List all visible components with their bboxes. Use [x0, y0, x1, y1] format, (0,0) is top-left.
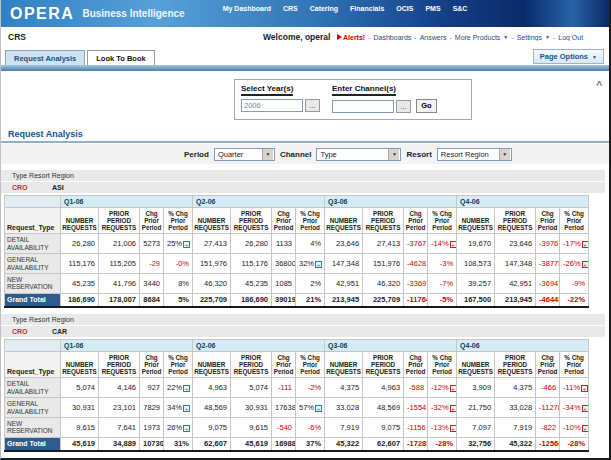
drill-down-icon[interactable]: [582, 241, 589, 248]
pct-chg-cell: 32%: [296, 254, 325, 274]
period-label: Period: [184, 150, 209, 159]
drill-down-icon[interactable]: [450, 385, 457, 392]
quarter-label: Q3-06: [325, 196, 457, 208]
chg-prior-period-cell: 8684: [140, 293, 164, 307]
number-requests-cell: 186,690: [61, 293, 99, 307]
number-requests-cell: 9,615: [61, 418, 99, 438]
row-label: Grand Total: [5, 293, 61, 307]
resort-label: Resort: [406, 150, 431, 159]
chg-prior-period-cell: -3694: [536, 274, 560, 294]
column-header: NUMBER REQUESTS: [193, 208, 231, 234]
tab-request-analysis[interactable]: Request Analysis: [5, 50, 85, 65]
year-input[interactable]: [241, 99, 303, 112]
channel-picker-button[interactable]: ...: [396, 100, 411, 113]
pct-chg-cell: 4%: [296, 234, 325, 254]
tab-look-to-book[interactable]: Look To Book: [87, 50, 154, 65]
pct-chg-cell: -34%: [560, 398, 589, 418]
region-code: CAR: [52, 328, 67, 335]
column-header: NUMBER REQUESTS: [325, 208, 363, 234]
region-band: Type Resort Region CRO ASI: [1, 170, 609, 193]
more-products-link[interactable]: More Products: [455, 34, 501, 41]
nav-item-my-dashboard[interactable]: My Dashboard: [223, 5, 271, 12]
alerts-link[interactable]: Alerts!: [337, 34, 365, 41]
go-button[interactable]: Go: [416, 99, 437, 113]
link-separator: -: [414, 34, 416, 41]
chg-prior-period-cell: -3767: [404, 234, 428, 254]
page-options-button[interactable]: Page Options▼: [533, 49, 604, 64]
prior-period-cell: 48,569: [363, 398, 404, 418]
request-analysis-table-asi: Q1-06Q2-06Q3-06Q4-06Request_TypeNUMBER R…: [4, 195, 589, 308]
drill-down-icon[interactable]: [450, 425, 457, 432]
chg-prior-period-cell: -17285: [404, 437, 428, 451]
collapse-chevron-icon[interactable]: ^: [596, 82, 602, 90]
drill-up-icon[interactable]: [183, 241, 190, 248]
drill-up-icon[interactable]: [183, 405, 190, 412]
prior-period-cell: 4,146: [99, 378, 140, 398]
nav-item-catering[interactable]: Catering: [310, 5, 338, 12]
column-header: PRIOR PERIOD REQUESTS: [99, 208, 140, 234]
drill-down-icon[interactable]: [581, 385, 588, 392]
pct-chg-cell: 21%: [296, 293, 325, 307]
prior-period-cell: 33,028: [495, 398, 536, 418]
cro-label: CRO: [12, 328, 52, 335]
column-header-row: Request_TypeNUMBER REQUESTSPRIOR PERIOD …: [5, 208, 589, 234]
column-header: Chg Prior Period: [140, 352, 164, 378]
chg-prior-period-cell: -12566: [536, 437, 560, 451]
quarter-label: Q4-06: [457, 196, 589, 208]
drill-up-icon[interactable]: [315, 405, 322, 412]
answers-link[interactable]: Answers: [420, 34, 447, 41]
prior-period-cell: 151,976: [363, 254, 404, 274]
chg-prior-period-cell: -4628: [404, 254, 428, 274]
log-out-link[interactable]: Log Out: [558, 34, 583, 41]
number-requests-cell: 48,569: [193, 398, 231, 418]
pct-chg-cell: -9%: [560, 274, 589, 294]
drill-up-icon[interactable]: [315, 261, 322, 268]
column-header: Chg Prior Period: [272, 208, 296, 234]
drill-up-icon[interactable]: [183, 385, 190, 392]
drill-down-icon[interactable]: [450, 405, 457, 412]
prior-period-cell: 147,348: [495, 254, 536, 274]
period-select[interactable]: Quarter▼: [214, 148, 275, 161]
prior-period-cell: 45,619: [231, 437, 272, 451]
quarter-label: Q1-06: [61, 196, 193, 208]
year-picker-button[interactable]: ...: [305, 99, 320, 112]
chg-prior-period-cell: -111: [272, 378, 296, 398]
row-label: GENERAL AVAILABILITY: [5, 398, 61, 418]
chg-prior-period-cell: 1085: [272, 274, 296, 294]
prior-period-cell: 30,931: [231, 398, 272, 418]
chg-prior-period-cell: -11278: [536, 398, 560, 418]
settings-link[interactable]: Settings: [517, 34, 542, 41]
nav-item-pms[interactable]: PMS: [425, 5, 440, 12]
table-row: DETAIL AVAILABILITY26,28021,006527325%27…: [5, 234, 589, 254]
cro-label: CRO: [12, 184, 52, 191]
row-label: DETAIL AVAILABILITY: [5, 234, 61, 254]
top-banner: OPERA Business Intelligence My Dashboard…: [1, 0, 609, 27]
pct-chg-cell: -5%: [428, 293, 457, 307]
drill-down-icon[interactable]: [582, 405, 589, 412]
drill-down-icon[interactable]: [582, 425, 589, 432]
chg-prior-period-cell: 1133: [272, 234, 296, 254]
chg-prior-period-cell: -11764: [404, 293, 428, 307]
corner-cell: [5, 196, 61, 208]
column-header: NUMBER REQUESTS: [61, 352, 99, 378]
number-requests-cell: 45,235: [61, 274, 99, 294]
resort-select[interactable]: Resort Region▼: [437, 148, 512, 161]
drill-up-icon[interactable]: [183, 425, 190, 432]
channel-select[interactable]: Type▼: [316, 148, 401, 161]
nav-item-crs[interactable]: CRS: [283, 5, 298, 12]
column-header: PRIOR PERIOD REQUESTS: [363, 208, 404, 234]
pct-chg-cell: -28%: [428, 437, 457, 451]
nav-item-sc[interactable]: S&C: [453, 5, 468, 12]
nav-item-financials[interactable]: Financials: [350, 5, 384, 12]
row-label: GENERAL AVAILABILITY: [5, 254, 61, 274]
pct-chg-cell: -12%: [428, 378, 457, 398]
channel-input[interactable]: [332, 100, 394, 113]
drill-down-icon[interactable]: [450, 241, 457, 248]
region-values-row: CRO ASI: [1, 182, 605, 193]
drill-down-icon[interactable]: [582, 261, 589, 268]
dashboards-link[interactable]: Dashboards: [374, 34, 412, 41]
prior-period-cell: 62,607: [363, 437, 404, 451]
number-requests-cell: 27,413: [193, 234, 231, 254]
row-label: DETAIL AVAILABILITY: [5, 378, 61, 398]
nav-item-ocis[interactable]: OCIS: [396, 5, 413, 12]
